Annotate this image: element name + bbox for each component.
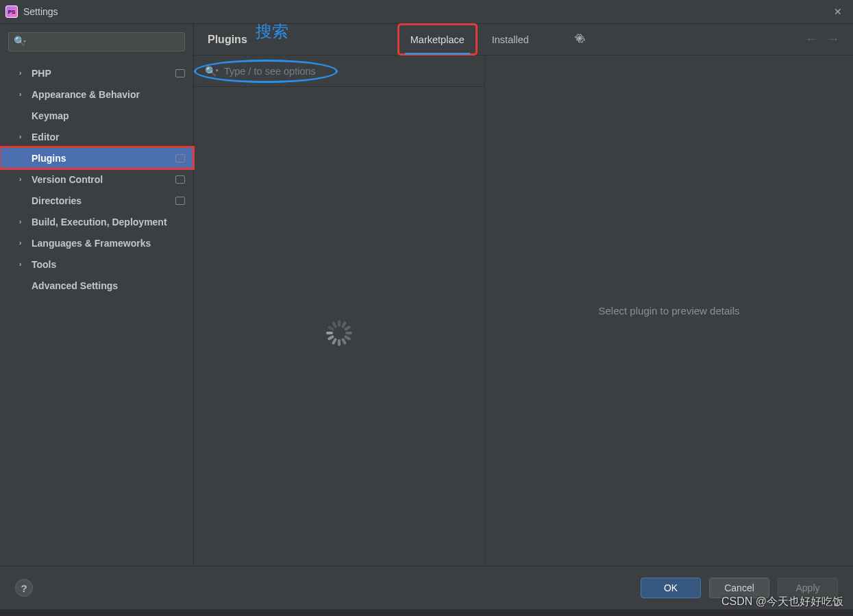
page-title: Plugins — [208, 34, 247, 46]
titlebar: PS Settings ✕ — [0, 0, 853, 24]
annotation-search-label: 搜索 — [256, 21, 288, 42]
sidebar-item-php[interactable]: ›PHP — [0, 62, 193, 84]
chevron-right-icon: › — [19, 175, 21, 183]
chevron-down-icon: ▾ — [23, 38, 26, 45]
sidebar-item-tools[interactable]: ›Tools — [0, 254, 193, 275]
tab-installed[interactable]: Installed — [480, 24, 541, 55]
nav-arrows: ← → — [805, 32, 839, 47]
sidebar-item-build[interactable]: ›Build, Execution, Deployment — [0, 211, 193, 232]
detail-placeholder: Select plugin to preview details — [599, 305, 740, 317]
app-icon: PS — [5, 5, 18, 18]
chevron-right-icon: › — [19, 218, 21, 225]
tab-marketplace[interactable]: Marketplace — [398, 24, 477, 55]
main-header: Plugins 搜索 Marketplace Installed ← → — [194, 24, 853, 56]
sidebar-item-label: Version Control — [32, 174, 103, 185]
help-button[interactable]: ? — [15, 579, 33, 597]
sidebar-item-label: Tools — [32, 259, 56, 270]
plugin-search[interactable]: 🔍 ▾ — [194, 56, 484, 87]
sidebar-item-plugins[interactable]: Plugins — [0, 147, 193, 169]
sidebar-item-editor[interactable]: ›Editor — [0, 126, 193, 147]
apply-button[interactable]: Apply — [778, 578, 838, 598]
sidebar-search[interactable]: 🔍 ▾ — [8, 32, 185, 51]
sidebar-item-label: Directories — [32, 195, 82, 206]
project-badge-icon — [175, 154, 185, 162]
sidebar-item-vcs[interactable]: ›Version Control — [0, 169, 193, 190]
project-badge-icon — [175, 69, 185, 77]
sidebar-item-label: Languages & Frameworks — [32, 238, 151, 249]
settings-sidebar: 🔍 ▾ ›PHP ›Appearance & Behavior Keymap ›… — [0, 24, 194, 566]
chevron-right-icon: › — [19, 90, 21, 98]
chevron-down-icon: ▾ — [216, 68, 219, 73]
sidebar-item-directories[interactable]: Directories — [0, 190, 193, 211]
chevron-right-icon: › — [19, 260, 21, 268]
window-title: Settings — [23, 6, 58, 17]
plugin-tabs: Marketplace Installed — [398, 24, 588, 55]
sidebar-item-keymap[interactable]: Keymap — [0, 105, 193, 126]
cancel-button[interactable]: Cancel — [709, 578, 769, 598]
plugin-detail-panel: Select plugin to preview details — [485, 56, 853, 566]
sidebar-item-appearance[interactable]: ›Appearance & Behavior — [0, 84, 193, 105]
project-badge-icon — [175, 175, 185, 184]
main-panel: Plugins 搜索 Marketplace Installed ← → 🔍 ▾ — [194, 24, 853, 566]
close-icon[interactable]: ✕ — [828, 3, 848, 20]
sidebar-item-label: Editor — [32, 132, 59, 143]
sidebar-item-advanced[interactable]: Advanced Settings — [0, 275, 193, 296]
sidebar-item-label: Build, Execution, Deployment — [32, 217, 167, 227]
plugin-list-panel: 🔍 ▾ — [194, 56, 485, 566]
sidebar-item-label: Keymap — [32, 110, 69, 121]
project-badge-icon — [175, 197, 185, 205]
settings-tree: ›PHP ›Appearance & Behavior Keymap ›Edit… — [0, 60, 193, 299]
search-icon: 🔍 — [205, 66, 217, 77]
sidebar-item-label: Advanced Settings — [32, 280, 118, 291]
chevron-right-icon: › — [19, 69, 21, 77]
plugin-search-input[interactable] — [202, 61, 476, 82]
loading-spinner-icon — [326, 320, 352, 346]
forward-icon[interactable]: → — [827, 32, 839, 47]
chevron-right-icon: › — [19, 133, 21, 140]
gear-icon[interactable] — [571, 30, 588, 49]
ok-button[interactable]: OK — [641, 578, 701, 598]
back-icon[interactable]: ← — [805, 32, 817, 47]
dialog-footer: ? OK Cancel Apply — [0, 566, 853, 609]
sidebar-item-languages[interactable]: ›Languages & Frameworks — [0, 232, 193, 254]
svg-point-0 — [578, 37, 581, 40]
sidebar-item-label: Appearance & Behavior — [32, 89, 140, 100]
sidebar-search-input[interactable] — [8, 32, 185, 51]
chevron-right-icon: › — [19, 239, 21, 247]
sidebar-item-label: Plugins — [32, 153, 66, 164]
sidebar-item-label: PHP — [32, 68, 51, 79]
